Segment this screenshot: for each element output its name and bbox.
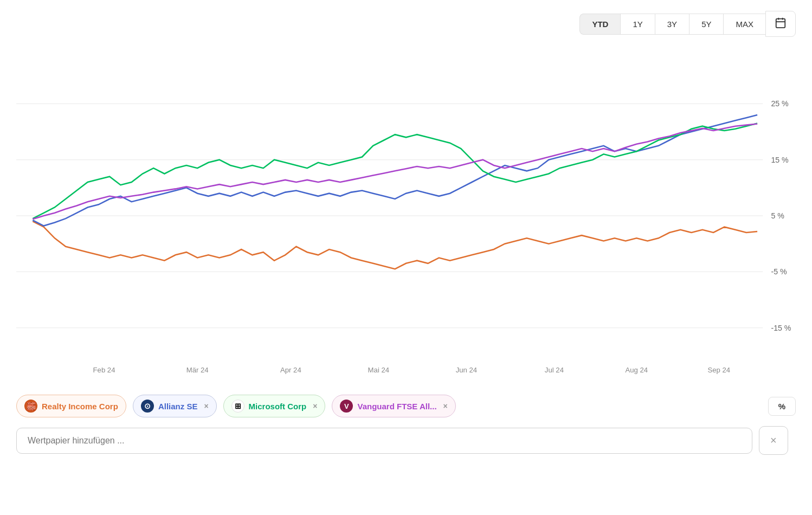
main-container: YTD 1Y 3Y 5Y MAX 25 % 15 % 5 % -5 % [0,0,812,515]
btn-ytd[interactable]: YTD [579,14,620,35]
btn-5y[interactable]: 5Y [689,14,723,35]
svg-text:Jul 24: Jul 24 [545,366,564,374]
search-bar[interactable] [16,428,752,454]
svg-text:25 %: 25 % [771,99,789,108]
legend-label-allianz: Allianz SE [158,402,198,411]
svg-text:Aug 24: Aug 24 [625,366,648,374]
svg-text:-5 %: -5 % [771,267,787,276]
svg-text:Mär 24: Mär 24 [186,366,209,374]
line-realty [33,221,757,269]
btn-1y[interactable]: 1Y [620,14,654,35]
realty-icon: 🧱 [24,400,37,413]
time-range-bar: YTD 1Y 3Y 5Y MAX [16,11,796,37]
search-close-button[interactable]: × [759,426,788,455]
legend-area: 🧱 Realty Income Corp ⊙ Allianz SE × ⊞ Mi… [16,395,796,417]
svg-text:Apr 24: Apr 24 [280,366,301,374]
line-vanguard [33,124,757,220]
svg-text:Jun 24: Jun 24 [456,366,477,374]
svg-text:Feb 24: Feb 24 [93,366,115,374]
btn-max[interactable]: MAX [723,14,765,35]
vanguard-icon: V [340,400,353,413]
svg-text:5 %: 5 % [771,211,784,220]
chart-svg: 25 % 15 % 5 % -5 % -15 % Feb 24 Mär 24 A… [16,48,796,384]
svg-text:-15 %: -15 % [771,324,791,332]
microsoft-icon: ⊞ [231,400,244,413]
allianz-remove[interactable]: × [204,402,208,410]
microsoft-remove[interactable]: × [313,402,317,410]
vanguard-remove[interactable]: × [443,402,448,410]
svg-text:Sep 24: Sep 24 [707,366,730,374]
legend-item-allianz[interactable]: ⊙ Allianz SE × [133,395,217,417]
legend-item-microsoft[interactable]: ⊞ Microsoft Corp × [223,395,326,417]
legend-label-microsoft: Microsoft Corp [249,402,307,411]
chart-wrapper: 25 % 15 % 5 % -5 % -15 % Feb 24 Mär 24 A… [16,48,796,384]
svg-rect-0 [776,19,785,28]
svg-text:Mai 24: Mai 24 [368,366,389,374]
legend-item-vanguard[interactable]: V Vanguard FTSE All... × [332,395,455,417]
legend-label-realty: Realty Income Corp [42,402,118,411]
legend-label-vanguard: Vanguard FTSE All... [357,402,436,411]
svg-text:15 %: 15 % [771,156,789,164]
btn-3y[interactable]: 3Y [655,14,689,35]
search-row: × [16,426,796,455]
btn-calendar[interactable] [765,11,796,37]
legend-item-realty[interactable]: 🧱 Realty Income Corp [16,395,126,417]
pct-button[interactable]: % [768,397,796,416]
allianz-icon: ⊙ [141,400,154,413]
search-input[interactable] [28,436,741,446]
